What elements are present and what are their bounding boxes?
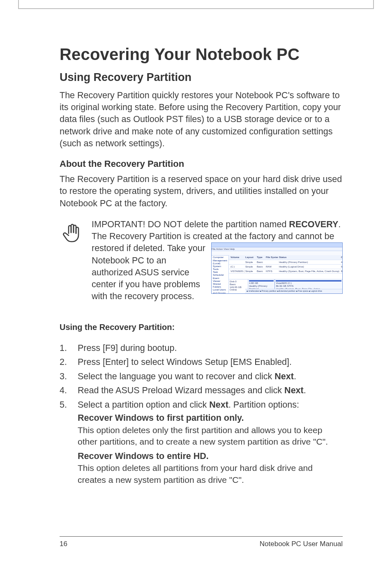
disk-legend: ■ Unallocated ■ Primary partition ■ Exte… bbox=[245, 289, 342, 293]
manual-label: Notebook PC User Manual bbox=[260, 540, 343, 548]
intro-paragraph: The Recovery Partition quickly restores … bbox=[60, 90, 343, 150]
step-5: Select a partition option and click Next… bbox=[60, 399, 343, 486]
tree-item: Event Viewer bbox=[213, 277, 227, 283]
tree-item: Computer Management (Local) bbox=[213, 256, 227, 265]
cell: RAW bbox=[265, 265, 278, 269]
col-layout: Layout bbox=[244, 255, 256, 259]
using-heading: Using the Recovery Partition: bbox=[60, 323, 343, 332]
cell: (C:) bbox=[230, 265, 244, 269]
step-text: . Partition options: bbox=[228, 400, 299, 410]
page-crop-marks bbox=[18, 0, 374, 9]
step-text: Select a partition option and click bbox=[78, 400, 209, 410]
col-status: Status bbox=[278, 255, 340, 259]
page-number: 16 bbox=[60, 540, 67, 548]
important-note: IMPORTANT! DO NOT delete the partition n… bbox=[60, 219, 343, 303]
step-bold: Next bbox=[274, 371, 294, 381]
about-paragraph: The Recovery Partition is a reserved spa… bbox=[60, 173, 343, 210]
step-2: Press [Enter] to select Windows Setup [E… bbox=[60, 356, 343, 369]
cell bbox=[265, 260, 278, 264]
step-bold: Next bbox=[284, 385, 304, 395]
step-1: Press [F9] during bootup. bbox=[60, 342, 343, 355]
window-titlebar bbox=[212, 243, 342, 247]
cell: Basic bbox=[256, 265, 265, 269]
step-text: . bbox=[294, 371, 296, 381]
tree-item: Local Users and Groups bbox=[213, 288, 227, 294]
step-text: . bbox=[304, 385, 306, 395]
disk-label: Disk 0 bbox=[230, 280, 247, 283]
important-text-a: IMPORTANT! DO NOT delete the partition n… bbox=[92, 219, 289, 229]
recovery-steps: Press [F9] during bootup. Press [Enter] … bbox=[60, 342, 343, 486]
partition-size: 86.36 GB NTFS bbox=[276, 285, 341, 288]
page-title: Recovering Your Notebook PC bbox=[60, 45, 343, 64]
cell: Basic bbox=[256, 269, 265, 273]
footer-rule bbox=[60, 536, 343, 537]
col-fs: File System bbox=[265, 255, 278, 259]
cell: 57.84 GB bbox=[340, 265, 343, 269]
option-1-title: Recover Windows to first partition only. bbox=[78, 412, 343, 424]
page-content: Recovering Your Notebook PC Using Recove… bbox=[60, 45, 343, 488]
cell: 86.36 GB bbox=[340, 269, 343, 273]
col-type: Type bbox=[256, 255, 265, 259]
important-rest: restored if deleted. Take your Notebook … bbox=[92, 242, 205, 302]
cell: Simple bbox=[244, 269, 256, 273]
partition-title: Vista0605 (C:) bbox=[276, 282, 341, 285]
option-2-title: Recover Windows to entire HD. bbox=[78, 450, 343, 463]
step-4: Read the ASUS Preload Wizard messages an… bbox=[60, 384, 343, 397]
step-text: Read the ASUS Preload Wizard messages an… bbox=[78, 385, 284, 395]
hand-stop-icon bbox=[60, 220, 84, 245]
window-menubar: File Action View Help bbox=[212, 247, 342, 251]
important-first-line: IMPORTANT! DO NOT delete the partition n… bbox=[92, 219, 343, 242]
volume-row: Simple Basic Healthy (Primary Partition)… bbox=[229, 260, 343, 265]
option-1-body: This option deletes only the first parti… bbox=[78, 424, 343, 447]
important-recovery-word: RECOVERY bbox=[289, 219, 338, 229]
section-subtitle: Using Recovery Partition bbox=[60, 71, 343, 84]
tree-item: System Tools bbox=[213, 265, 227, 271]
tree-item: Shared Folders bbox=[213, 283, 227, 288]
about-heading: About the Recovery Partition bbox=[60, 159, 343, 169]
page-footer: 16 Notebook PC User Manual bbox=[60, 540, 343, 548]
cell bbox=[230, 260, 244, 264]
col-cap: Capacity bbox=[340, 255, 343, 259]
volume-row: VISTA0605 (C:) Simple Basic NTFS Healthy… bbox=[229, 269, 343, 274]
disk-type: Basic bbox=[230, 283, 247, 286]
partition-size: 4.88 GB bbox=[249, 282, 274, 285]
cell: Healthy (System, Boot, Page File, Active… bbox=[278, 269, 340, 273]
step-bold: Next bbox=[209, 400, 228, 410]
col-volume: Volume bbox=[230, 255, 244, 259]
disk-size: 149.05 GB bbox=[230, 286, 247, 289]
cell: VISTA0605 (C:) bbox=[230, 269, 244, 273]
step-text: Select the language you want to recover … bbox=[78, 371, 274, 381]
volume-row: (C:) Simple Basic RAW Healthy (Logical D… bbox=[229, 265, 343, 269]
cell: NTFS bbox=[265, 269, 278, 273]
cell: Healthy (Logical Drive) bbox=[278, 265, 340, 269]
disk-main-pane: Volume Layout Type File System Status Ca… bbox=[229, 255, 343, 293]
cell: 4.88 GB bbox=[340, 260, 343, 264]
disk-state: Online bbox=[230, 288, 247, 291]
tree-item: Task Scheduler bbox=[213, 271, 227, 277]
mmc-tree: Computer Management (Local) System Tools… bbox=[212, 255, 229, 293]
disk-management-screenshot: File Action View Help Computer Managemen… bbox=[211, 242, 343, 294]
volume-grid-header: Volume Layout Type File System Status Ca… bbox=[229, 255, 343, 260]
cell: Simple bbox=[244, 265, 256, 269]
cell: Simple bbox=[244, 260, 256, 264]
option-2-body: This option deletes all partitions from … bbox=[78, 462, 343, 485]
step-3: Select the language you want to recover … bbox=[60, 370, 343, 383]
cell: Basic bbox=[256, 260, 265, 264]
cell: Healthy (Primary Partition) bbox=[278, 260, 340, 264]
